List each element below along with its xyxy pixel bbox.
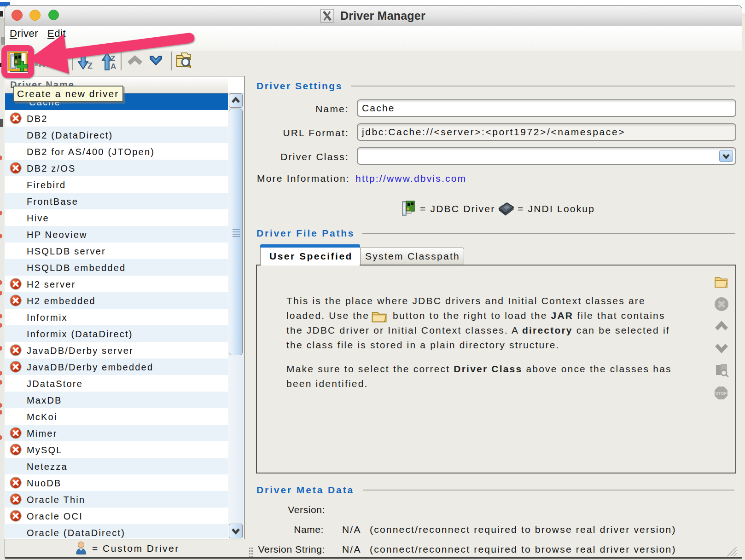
svg-text:STOP: STOP [716,391,727,396]
